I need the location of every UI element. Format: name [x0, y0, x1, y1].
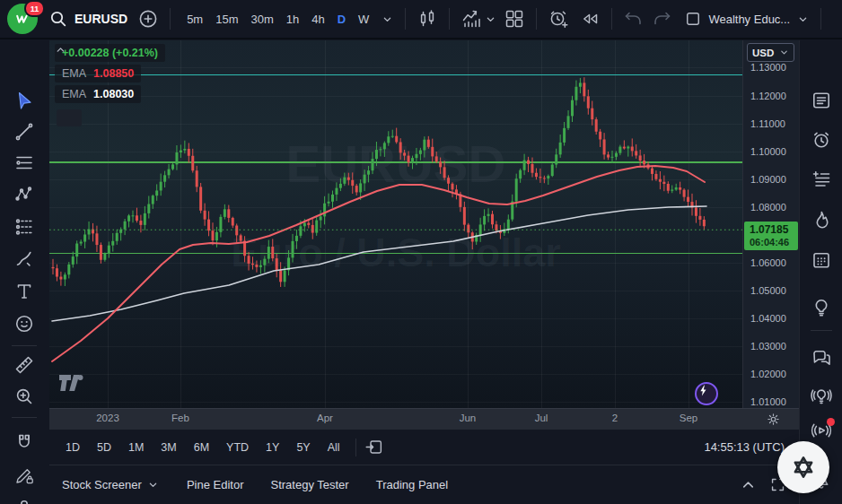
tool-fib-retracement-icon[interactable]	[13, 152, 35, 174]
price-tick: 1.04000	[750, 313, 786, 324]
indicators-button[interactable]	[460, 8, 497, 30]
app-logo[interactable]: 11	[7, 4, 38, 34]
interval-button-1h[interactable]: 1h	[281, 10, 304, 29]
tool-magnet-icon[interactable]	[13, 431, 35, 453]
tab-label: Strategy Tester	[270, 478, 348, 491]
time-tick-2023: 2023	[96, 413, 119, 423]
time-tick-Apr: Apr	[317, 413, 333, 423]
legend-row-ema-0[interactable]: EMA1.08850	[55, 65, 141, 83]
chart-type-candles-icon[interactable]	[417, 8, 438, 30]
tool-trendline-icon[interactable]	[13, 121, 35, 143]
chevron-down-icon	[146, 478, 160, 491]
lightning-icon	[697, 384, 710, 397]
widget-notes-icon[interactable]	[811, 169, 832, 190]
redo-icon[interactable]	[651, 8, 672, 30]
currency-dropdown[interactable]: USD	[747, 43, 794, 62]
tab-pine-editor[interactable]: Pine Editor	[187, 478, 244, 491]
layout-grid-icon[interactable]	[504, 8, 525, 30]
widget-hotlists-icon[interactable]	[811, 209, 832, 230]
legend-collapse-button[interactable]	[57, 109, 82, 126]
account-menu[interactable]: Wealthy Educ...	[684, 10, 810, 28]
tool-brush-icon[interactable]	[13, 248, 35, 270]
widget-live-ideas-icon[interactable]	[811, 385, 832, 406]
chevron-down-icon	[484, 13, 497, 26]
range-button-1M[interactable]: 1M	[121, 438, 151, 457]
divider	[536, 8, 537, 30]
divider	[811, 330, 832, 331]
tab-trading-panel[interactable]: Trading Panel	[376, 478, 448, 491]
notification-count-badge: 11	[24, 0, 45, 17]
range-button-6M[interactable]: 6M	[187, 438, 216, 457]
undo-icon[interactable]	[623, 8, 645, 30]
indicator-label: EMA	[62, 67, 86, 80]
tab-stock-screener[interactable]: Stock Screener	[62, 478, 160, 491]
tradingview-logo-icon[interactable]	[58, 373, 92, 393]
widget-ideas-icon[interactable]	[811, 296, 832, 317]
range-button-3M[interactable]: 3M	[153, 438, 183, 457]
panel-chevron-up-icon[interactable]	[740, 476, 757, 493]
tool-draw-lock-icon[interactable]	[13, 465, 35, 486]
tool-text-icon[interactable]	[13, 281, 35, 302]
account-name: Wealthy Educ...	[708, 13, 790, 26]
legend-row-ema-1[interactable]: EMA1.08030	[55, 85, 141, 103]
interval-chevron-down-icon[interactable]	[381, 13, 394, 26]
time-axis[interactable]: 2023FebAprJunJul2Sep	[49, 408, 799, 429]
price-tick: 1.12000	[750, 91, 786, 101]
axis-settings-gear-icon[interactable]	[766, 412, 781, 427]
tool-ruler-icon[interactable]	[13, 354, 35, 376]
widget-watchlist-icon[interactable]	[811, 90, 832, 111]
chevron-down-icon	[796, 13, 810, 26]
symbol-search[interactable]: EURUSD	[44, 8, 131, 30]
widget-calendar-icon[interactable]	[811, 249, 832, 271]
divider	[611, 8, 612, 30]
tool-forecast-icon[interactable]	[13, 216, 35, 238]
live-indicator-dot	[827, 418, 835, 426]
tool-zoom-in-icon[interactable]	[13, 386, 35, 407]
range-button-1Y[interactable]: 1Y	[259, 438, 286, 457]
widget-streams-icon[interactable]	[811, 420, 832, 441]
price-axis[interactable]: USD 1.130001.120001.110001.100001.090001…	[742, 40, 799, 408]
bar-replay-icon[interactable]	[579, 8, 601, 30]
tab-label: Stock Screener	[62, 478, 142, 491]
widget-chat-icon[interactable]	[811, 347, 832, 369]
drawing-toolbar	[0, 40, 50, 504]
range-button-YTD[interactable]: YTD	[219, 438, 256, 457]
compare-add-icon[interactable]	[137, 8, 159, 30]
interval-button-5m[interactable]: 5m	[181, 10, 208, 29]
tool-emoji-icon[interactable]	[13, 313, 35, 335]
interval-button-15m[interactable]: 15m	[210, 10, 243, 29]
chatgpt-assistant-button[interactable]	[777, 441, 829, 493]
range-button-1D[interactable]: 1D	[58, 438, 87, 457]
tab-strategy-tester[interactable]: Strategy Tester	[270, 478, 348, 491]
top-toolbar: 11 EURUSD 5m15m30m1h4hDW Wealthy Educ...	[0, 0, 842, 39]
utc-clock[interactable]: 14:55:13 (UTC)	[704, 440, 790, 454]
indicator-value: 1.08850	[93, 67, 134, 80]
price-tick: 1.13000	[750, 62, 786, 73]
range-button-5D[interactable]: 5D	[90, 438, 118, 457]
interval-button-30m[interactable]: 30m	[245, 10, 278, 29]
go-to-date-icon[interactable]	[364, 438, 383, 456]
chart-pane[interactable]: EURUSD Euro / U.S. Dollar +0.00228 (+0.2…	[49, 40, 742, 408]
widget-alerts-icon[interactable]	[811, 129, 832, 151]
time-tick-Feb: Feb	[171, 413, 189, 423]
tool-cursor-icon[interactable]	[13, 90, 35, 111]
interval-button-W[interactable]: W	[353, 10, 374, 29]
tool-lock-all-icon[interactable]	[13, 497, 35, 504]
interval-button-4h[interactable]: 4h	[306, 10, 329, 29]
range-button-5Y[interactable]: 5Y	[289, 438, 317, 457]
indicators-icon	[460, 8, 482, 30]
layout-square-icon	[684, 10, 702, 28]
price-tick: 1.01000	[750, 396, 786, 407]
last-price: 1.07185	[750, 223, 798, 236]
alert-add-icon[interactable]	[548, 8, 569, 30]
divider	[405, 8, 406, 30]
price-tick: 1.10000	[750, 146, 786, 157]
tab-label: Pine Editor	[187, 478, 244, 491]
lightning-boost-button[interactable]	[695, 382, 718, 405]
last-price-badge: 1.07185 06:04:46	[744, 222, 798, 250]
chatgpt-logo-icon	[788, 452, 819, 482]
tool-xabcd-pattern-icon[interactable]	[13, 184, 35, 205]
tab-label: Trading Panel	[376, 478, 448, 491]
range-button-All[interactable]: All	[320, 438, 347, 457]
interval-button-D[interactable]: D	[332, 10, 351, 29]
